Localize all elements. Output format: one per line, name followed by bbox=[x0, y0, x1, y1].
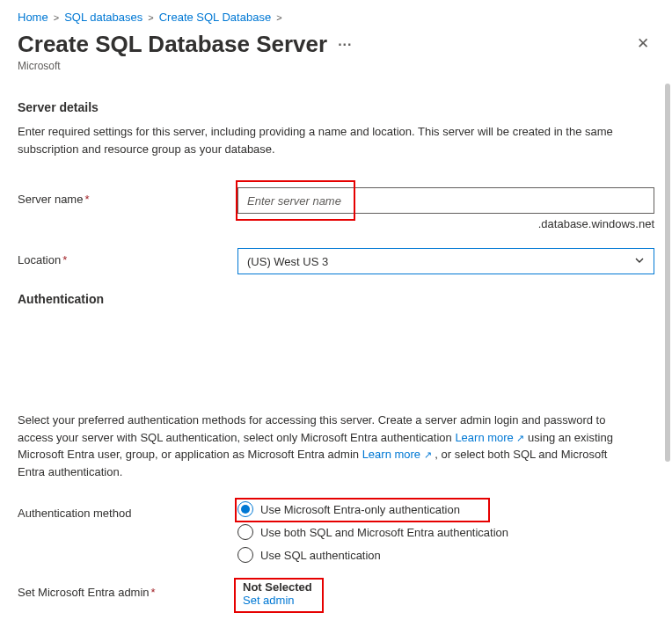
page-title: Create SQL Database Server ··· bbox=[18, 31, 353, 58]
page-subtitle: Microsoft bbox=[18, 60, 654, 72]
authentication-heading: Authentication bbox=[18, 292, 654, 306]
breadcrumb-create-sql-database[interactable]: Create SQL Database bbox=[159, 11, 271, 24]
page-title-text: Create SQL Database Server bbox=[18, 31, 327, 58]
radio-entra-only[interactable]: Use Microsoft Entra-only authentication bbox=[237, 501, 654, 517]
close-button[interactable]: ✕ bbox=[632, 31, 654, 56]
radio-icon bbox=[237, 547, 253, 563]
set-entra-admin-label: Set Microsoft Entra admin* bbox=[18, 580, 237, 599]
server-name-label: Server name* bbox=[18, 187, 237, 206]
chevron-right-icon: > bbox=[148, 12, 153, 23]
external-link-icon: ↗ bbox=[424, 449, 432, 460]
radio-label: Use Microsoft Entra-only authentication bbox=[260, 503, 460, 516]
set-admin-link[interactable]: Set admin bbox=[243, 594, 295, 607]
server-name-suffix: .database.windows.net bbox=[237, 217, 654, 230]
more-options-icon[interactable]: ··· bbox=[338, 37, 352, 53]
breadcrumb-home[interactable]: Home bbox=[18, 11, 48, 24]
server-details-heading: Server details bbox=[18, 100, 654, 114]
scrollbar[interactable] bbox=[665, 84, 670, 602]
location-select[interactable]: (US) West US 3 bbox=[237, 248, 654, 274]
radio-sql-auth[interactable]: Use SQL authentication bbox=[237, 547, 654, 563]
learn-more-link-2[interactable]: Learn more ↗ bbox=[362, 448, 432, 461]
authentication-radio-group: Use Microsoft Entra-only authentication … bbox=[237, 501, 654, 563]
location-label: Location* bbox=[18, 248, 237, 266]
server-details-description: Enter required settings for this server,… bbox=[18, 123, 633, 157]
radio-label: Use both SQL and Microsoft Entra authent… bbox=[260, 526, 508, 539]
chevron-right-icon: > bbox=[276, 12, 281, 23]
breadcrumb: Home > SQL databases > Create SQL Databa… bbox=[18, 11, 654, 24]
authentication-method-label: Authentication method bbox=[18, 501, 237, 520]
breadcrumb-sql-databases[interactable]: SQL databases bbox=[64, 11, 142, 24]
radio-both-auth[interactable]: Use both SQL and Microsoft Entra authent… bbox=[237, 524, 654, 540]
radio-icon bbox=[237, 524, 253, 540]
learn-more-link-1[interactable]: Learn more ↗ bbox=[455, 431, 524, 444]
chevron-down-icon bbox=[634, 255, 645, 268]
radio-icon bbox=[237, 501, 253, 517]
chevron-right-icon: > bbox=[54, 12, 59, 23]
admin-value: Not Selected bbox=[243, 580, 654, 594]
location-value: (US) West US 3 bbox=[247, 255, 328, 268]
authentication-description: Select your preferred authentication met… bbox=[18, 412, 633, 480]
radio-label: Use SQL authentication bbox=[260, 549, 381, 562]
server-name-input[interactable] bbox=[237, 187, 654, 214]
close-icon: ✕ bbox=[637, 35, 649, 52]
